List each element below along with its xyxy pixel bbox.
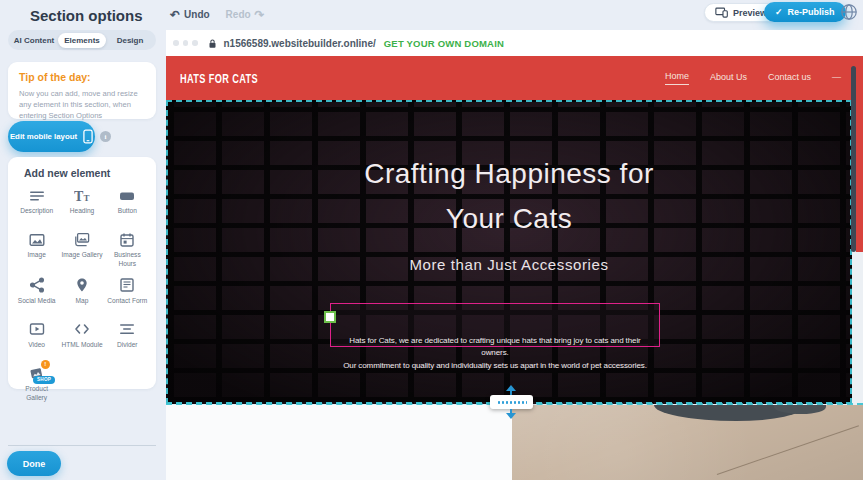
shop-badge: SHOP (33, 376, 54, 384)
history-controls: ↶ Undo Redo ↷ (170, 9, 265, 20)
element-item-label: Image Gallery (61, 251, 102, 260)
drag-dots-icon (497, 401, 527, 404)
redo-icon: ↷ (255, 10, 265, 20)
button-icon (118, 187, 136, 204)
element-item-image[interactable]: Image (14, 231, 59, 269)
republish-button[interactable]: ✓ Re-Publish (764, 2, 846, 22)
browser-dots (173, 40, 198, 46)
nav-item-home[interactable]: Home (665, 71, 689, 85)
element-item-label: Heading (70, 207, 95, 216)
element-item-contact-form[interactable]: Contact Form (105, 277, 150, 313)
product-gallery-icon: !SHOP (28, 365, 46, 382)
element-item-label: Contact Form (107, 297, 147, 306)
code-icon (73, 321, 91, 338)
nav-more[interactable]: — (832, 72, 841, 85)
element-item-label: Product Gallery (14, 385, 59, 403)
element-item-label: Business Hours (105, 251, 150, 269)
next-section-background[interactable] (166, 405, 512, 480)
business-hours-icon (118, 231, 136, 248)
element-item-divider[interactable]: Divider (105, 321, 150, 357)
tip-title: Tip of the day: (19, 71, 145, 83)
page-title: Section options (30, 7, 143, 24)
tab-design[interactable]: Design (106, 33, 154, 48)
heading-icon: TT (73, 187, 91, 204)
phone-icon (83, 129, 93, 144)
element-item-label: Button (118, 207, 137, 216)
element-item-social-media[interactable]: Social Media (14, 277, 59, 313)
image-gallery-icon (73, 231, 91, 248)
tab-elements[interactable]: Elements (58, 33, 106, 48)
resize-down-arrow-icon (506, 413, 516, 419)
site-url[interactable]: n1566589.websitebuilder.online/ (224, 38, 376, 49)
site-logo[interactable]: HATS FOR CATS (180, 71, 258, 85)
contact-form-icon (118, 277, 136, 294)
notification-badge: ! (41, 360, 50, 369)
video-icon (28, 321, 46, 338)
nav-item-contact-us[interactable]: Contact us (768, 72, 811, 85)
lock-icon (208, 38, 217, 49)
element-item-image-gallery[interactable]: Image Gallery (59, 231, 104, 269)
element-item-label: Description (20, 207, 53, 216)
element-item-html-module[interactable]: HTML Module (59, 321, 104, 357)
image-icon (28, 231, 46, 248)
add-element-panel: Add new element DescriptionTTHeadingButt… (8, 157, 156, 389)
element-item-label: Image (28, 251, 46, 260)
language-globe-icon[interactable] (840, 3, 858, 21)
page-edge-red (856, 100, 863, 252)
hero-heading[interactable]: Crafting Happiness for Your Cats (168, 152, 850, 242)
element-item-heading[interactable]: TTHeading (59, 187, 104, 223)
element-item-button[interactable]: Button (105, 187, 150, 223)
element-item-label: HTML Module (61, 341, 102, 350)
svg-text:T: T (74, 188, 84, 203)
nav-item-about-us[interactable]: About Us (710, 72, 747, 85)
undo-icon: ↶ (170, 10, 180, 20)
svg-text:T: T (83, 192, 89, 202)
element-item-video[interactable]: Video (14, 321, 59, 357)
element-item-business-hours[interactable]: Business Hours (105, 231, 150, 269)
sidebar-divider (8, 445, 156, 446)
element-item-map[interactable]: Map (59, 277, 104, 313)
resize-down-arrow-stem (510, 409, 512, 413)
element-item-label: Divider (117, 341, 138, 350)
element-item-description[interactable]: Description (14, 187, 59, 223)
divider-icon (118, 321, 136, 338)
image-seam-line (717, 425, 859, 475)
done-button[interactable]: Done (7, 451, 61, 476)
element-item-label: Social Media (18, 297, 56, 306)
element-item-product-gallery[interactable]: !SHOPProduct Gallery (14, 365, 59, 403)
tip-body: Now you can add, move and resize any ele… (19, 88, 145, 121)
next-section-image[interactable] (512, 405, 863, 480)
info-icon[interactable]: i (100, 131, 111, 142)
add-element-title: Add new element (24, 167, 150, 179)
site-nav: HomeAbout UsContact us— (665, 71, 841, 85)
edit-mobile-layout-button[interactable]: Edit mobile layout (8, 121, 95, 152)
drag-handle-square[interactable] (324, 311, 336, 323)
undo-button[interactable]: ↶ Undo (170, 9, 210, 20)
element-item-label: Video (28, 341, 45, 350)
map-pin-icon (73, 277, 91, 294)
share-icon (28, 277, 46, 294)
tab-ai-content[interactable]: AI Content (10, 33, 58, 48)
hero-paragraph: Hats for Cats, we are dedicated to craft… (343, 336, 647, 370)
site-header[interactable]: HATS FOR CATS HomeAbout UsContact us— (166, 56, 863, 100)
get-domain-link[interactable]: GET YOUR OWN DOMAIN (384, 38, 504, 49)
redo-button[interactable]: Redo ↷ (226, 9, 265, 20)
text-lines-icon (28, 187, 46, 204)
hero-subheading[interactable]: More than Just Accessories (168, 256, 850, 273)
sidebar-tabs: AI ContentElementsDesign (8, 30, 156, 50)
section-resize-handle[interactable] (490, 395, 533, 409)
preview-scrollbar[interactable] (851, 66, 856, 252)
devices-icon (715, 7, 728, 18)
element-item-label: Map (76, 297, 89, 306)
element-grid: DescriptionTTHeadingButtonImageImage Gal… (14, 187, 150, 403)
hero-section[interactable]: Crafting Happiness for Your Cats More th… (166, 100, 852, 404)
check-icon: ✓ (775, 7, 783, 17)
tip-card: Tip of the day: Now you can add, move an… (8, 62, 156, 119)
hero-paragraph-box[interactable]: Hats for Cats, we are dedicated to craft… (330, 303, 660, 347)
browser-bar: n1566589.websitebuilder.online/ GET YOUR… (166, 30, 863, 56)
